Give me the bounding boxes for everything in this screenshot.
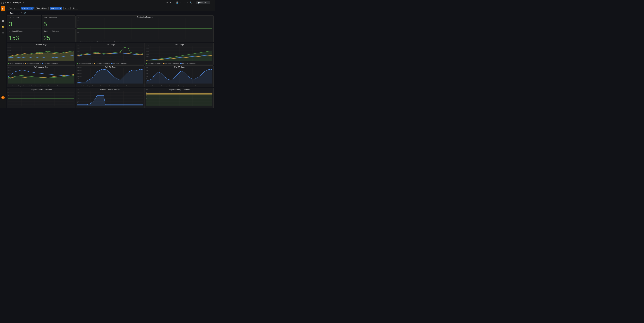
legend-dot-1 — [94, 41, 96, 41]
gctime-y4: 0.002 ms — [76, 76, 82, 77]
filter-mycluster[interactable]: my-cluster ▼ — [50, 7, 62, 10]
gccount-y3: 0.10 — [146, 72, 148, 74]
gctime-y6: 0 ms — [76, 80, 79, 81]
mem-y5: 0 B — [8, 55, 10, 56]
req-latency-min-title: Request Latency - Minimum — [8, 89, 74, 90]
reqmax-y1: 100 — [146, 89, 148, 90]
share-icon[interactable]: ⇧ — [173, 2, 175, 4]
disk-y4: 391 kB — [146, 54, 150, 55]
mycluster-arrow: ▼ — [60, 8, 61, 9]
cpu-usage-chart: CPU Usage — [76, 43, 144, 65]
quorum-size-label: Quorum Size — [9, 16, 18, 18]
topbar-left: Strimzi ZooKeeper ▼ — [1, 2, 24, 4]
outstanding-requests-title: Outstanding Requests — [78, 16, 212, 18]
jvm-gc-count-title: JVM GC Count — [146, 66, 212, 68]
jvmmem-legend-2: my-cluster-zookeeper-2 — [42, 85, 58, 87]
gctime-legend-2: my-cluster-zookeeper-2 — [111, 85, 127, 87]
alive-connections-value: 5 — [44, 21, 47, 27]
jvmmem-y1: 1.8 MB — [8, 66, 11, 68]
svg-rect-9 — [3, 21, 4, 22]
app-title: Strimzi ZooKeeper — [5, 2, 21, 4]
gctime-y1: 0.005 ms — [76, 66, 82, 68]
charts-row-3: Request Latency - Minimum — [7, 88, 214, 108]
section-header: ▼ Zookeeper ⚙ 🔗 — [7, 12, 214, 14]
myproject-arrow: ▼ — [31, 8, 32, 9]
refresh-icon[interactable]: ↻ — [211, 2, 213, 4]
disk-y5: 195 kB — [146, 56, 150, 57]
collapse-icon[interactable]: ▼ — [7, 12, 9, 14]
gccount-legend-0: my-cluster-zookeeper-0 — [146, 85, 162, 87]
filter-myproject[interactable]: myproject ▼ — [21, 7, 34, 10]
legend-label-2: my-cluster-zookeeper-2 — [113, 40, 127, 42]
quorum-size-value: 3 — [9, 21, 12, 27]
jvmmem-legend-1: my-cluster-zookeeper-1 — [25, 85, 41, 87]
jvmmem-y3: 1.3 MB — [8, 72, 11, 74]
zoom-out-icon[interactable]: 🔍 — [190, 2, 192, 4]
graph-icon[interactable] — [166, 2, 168, 4]
znodes-card: Number of ZNodes 153 — [7, 29, 41, 42]
reqmin-y5: -1.0 — [8, 101, 10, 102]
sidebar-help-icon[interactable]: ? — [1, 102, 5, 107]
jvm-gc-time-title: JVM GC Time — [77, 66, 143, 68]
mem-y1: 8 MiB — [8, 44, 10, 46]
filter-namespace[interactable]: Namespace — [8, 7, 20, 10]
sidebar-alert-icon[interactable]: 🔔 — [1, 24, 5, 29]
reqavg-y5: 0.25 — [76, 100, 79, 102]
cpu-y2: 0.0060 — [76, 48, 80, 49]
gccount-legend: my-cluster-zookeeper-0 my-cluster-zookee… — [146, 85, 196, 87]
svg-rect-7 — [3, 20, 4, 21]
sidebar-settings-icon[interactable]: ⚙ — [1, 30, 5, 35]
y-label-2: 0.5 — [77, 20, 78, 22]
filter-node[interactable]: Node — [64, 7, 70, 10]
legend-dot-0 — [77, 41, 78, 41]
filter-clustername[interactable]: Cluster Name — [34, 7, 48, 10]
jvm-gc-count-svg — [146, 68, 212, 84]
sidebar-user-icon[interactable]: U — [1, 95, 5, 100]
svg-rect-8 — [2, 21, 3, 22]
y-label-3: 0 — [77, 25, 78, 26]
save-icon[interactable]: 💾 — [176, 2, 178, 4]
star-icon[interactable]: ★ — [170, 2, 172, 4]
section-gear-icon[interactable]: ⚙ — [20, 12, 22, 14]
filter-all[interactable]: All ▼ — [72, 7, 78, 10]
mem-legend-0: my-cluster-zookeeper-0 — [8, 63, 24, 64]
sidebar-dashboard-icon[interactable] — [1, 18, 5, 23]
topbar-right: ★ ⇧ 💾 ⚙ ‹ › 🔍 + 🕐 Last 1 hour ↻ — [166, 1, 213, 4]
topbar: Strimzi ZooKeeper ▼ ★ ⇧ 💾 ⚙ ‹ › 🔍 + 🕐 La… — [0, 0, 214, 5]
time-range-picker[interactable]: 🕐 Last 1 hour — [196, 1, 210, 4]
gctime-y5: 0.001 ms — [76, 78, 82, 80]
cpu-y5: 0.0030 — [76, 56, 80, 57]
settings-icon[interactable]: ⚙ — [180, 2, 182, 4]
disk-legend-1: my-cluster-zookeeper-1 — [163, 63, 179, 64]
grid-icon[interactable] — [1, 2, 4, 4]
gctime-legend: my-cluster-zookeeper-0 my-cluster-zookee… — [77, 85, 127, 87]
title-arrow: ▼ — [22, 2, 24, 4]
reqmax-y2: 95 — [146, 92, 147, 93]
back-icon[interactable]: ‹ — [183, 2, 185, 4]
gctime-legend-0: my-cluster-zookeeper-0 — [77, 85, 93, 87]
sidebar-add-icon[interactable]: + — [1, 12, 5, 17]
zoom-in-icon[interactable]: + — [193, 2, 195, 4]
gctime-legend-1: my-cluster-zookeeper-1 — [94, 85, 110, 87]
cpu-y3: 0.0050 — [76, 50, 80, 52]
cpu-legend-1: my-cluster-zookeeper-1 — [94, 63, 110, 64]
svg-rect-1 — [3, 2, 4, 2]
section-link-icon[interactable]: 🔗 — [24, 12, 26, 14]
forward-icon[interactable]: › — [186, 2, 188, 4]
svg-rect-3 — [3, 3, 4, 4]
req-avg-svg — [77, 91, 143, 106]
gctime-y2: 0.004 ms — [76, 70, 82, 71]
reqmin-y4: -0.5 — [8, 98, 10, 100]
jvmmem-legend-0: my-cluster-zookeeper-0 — [8, 85, 24, 87]
svg-rect-6 — [2, 20, 3, 21]
legend-item-2: my-cluster-zookeeper-2 — [111, 40, 127, 42]
disk-legend-2: my-cluster-zookeeper-2 — [180, 63, 196, 64]
main-content: Namespace myproject ▼ Cluster Name my-cl… — [6, 5, 214, 108]
mem-legend-2: my-cluster-zookeeper-2 — [42, 63, 58, 64]
disk-y1: 977 kB — [146, 44, 150, 46]
disk-y2: 781 kB — [146, 48, 150, 49]
memory-usage-title: Memory Usage — [8, 44, 74, 46]
disk-y3: 586 kB — [146, 50, 150, 52]
app-logo[interactable]: S — [1, 6, 5, 11]
all-label: All — [73, 7, 75, 9]
